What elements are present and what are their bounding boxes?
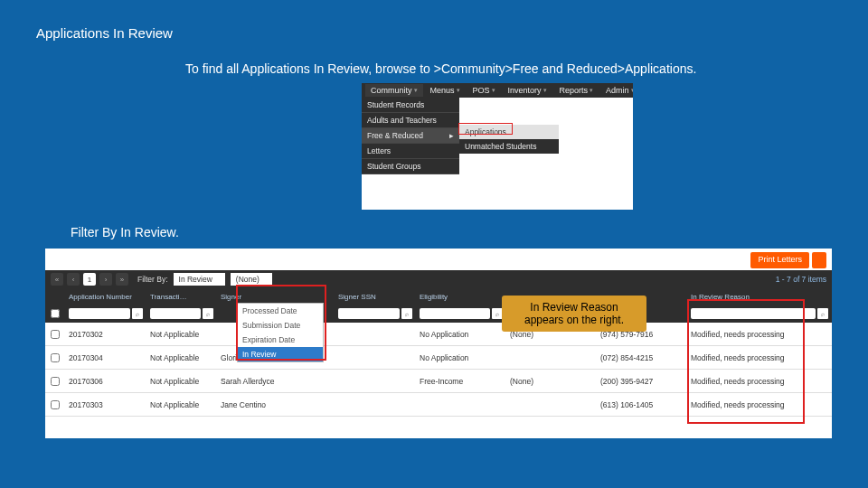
menu-inventory[interactable]: Inventory▾ [503,84,552,97]
page-prev-button[interactable]: ‹ [67,273,80,286]
grid-toolbar: « ‹ 1 › » Filter By: In Review (None) 1 … [45,270,832,288]
filter-by-label: Filter By: [137,275,168,284]
print-dropdown-button[interactable] [812,252,826,268]
cell-phone: (072) 854-4215 [597,353,687,362]
filter-select-2[interactable]: (None) [231,273,272,286]
chevron-right-icon: ▸ [449,131,454,140]
cell-app-number: 20170302 [65,330,146,339]
cell-eligibility: No Application [416,330,506,339]
filter-input[interactable] [150,308,201,319]
submenu-item[interactable]: Letters [362,144,459,159]
cell-transaction: Not Applicable [146,377,217,386]
cell-phone: (200) 395-9427 [597,377,687,386]
filter-input[interactable] [338,308,400,319]
filter-icon[interactable]: ⌕ [401,308,412,319]
highlight-box [458,123,513,135]
cell-transaction: Not Applicable [146,353,217,362]
filter-input[interactable] [420,308,490,319]
row-checkbox[interactable] [51,330,60,339]
filter-select-1[interactable]: In Review [174,273,225,286]
submenu-item[interactable]: Student Records [362,98,459,113]
submenu-item-free-reduced[interactable]: Free & Reduced▸ [362,128,459,144]
cell-signer: Sarah Allerdyce [217,377,335,386]
chevron-down-icon: ▾ [414,87,418,94]
menu-admin[interactable]: Admin▾ [600,84,633,97]
page-current[interactable]: 1 [83,273,96,286]
cell-transaction: Not Applicable [146,330,217,339]
page-next-button[interactable]: › [99,273,112,286]
cell-eligibility: Free-Income [416,377,506,386]
menu-reports[interactable]: Reports▾ [554,84,599,97]
cell-foster: (None) [506,377,597,386]
row-checkbox[interactable] [51,353,60,362]
highlight-box [236,285,326,361]
cell-eligibility: No Application [416,353,506,362]
col-transaction[interactable]: Transacti… [146,293,217,301]
cell-app-number: 20170306 [65,377,146,386]
chevron-down-icon: ▾ [543,87,547,94]
nav-menu-screenshot: Community▾ Menus▾ POS▾ Inventory▾ Report… [362,83,633,210]
col-ssn[interactable]: Signer SSN [335,293,416,301]
callout-in-review-reason: In Review Reason appears on the right. [502,296,646,332]
cell-app-number: 20170304 [65,353,146,362]
menu-community[interactable]: Community▾ [365,84,423,97]
print-letters-button[interactable]: Print Letters [750,252,809,268]
chevron-down-icon: ▾ [631,87,633,94]
cell-transaction: Not Applicable [146,400,217,409]
filter-input[interactable] [69,308,130,319]
applications-grid-screenshot: Print Letters « ‹ 1 › » Filter By: In Re… [45,249,832,438]
instruction-browse: To find all Applications In Review, brow… [185,61,696,76]
page-first-button[interactable]: « [51,273,63,286]
select-all-checkbox[interactable] [51,309,60,318]
highlight-box [687,299,805,424]
top-menu-bar: Community▾ Menus▾ POS▾ Inventory▾ Report… [362,83,633,98]
submenu-item[interactable]: Student Groups [362,159,459,174]
submenu-item[interactable]: Adults and Teachers [362,113,459,128]
instruction-filter: Filter By In Review. [71,225,179,239]
cell-app-number: 20170303 [65,400,146,409]
col-eligibility[interactable]: Eligibility [416,293,506,301]
menu-pos[interactable]: POS▾ [467,84,501,97]
cell-signer: Jane Centino [217,400,335,409]
filter-icon[interactable]: ⌕ [203,308,213,319]
items-count: 1 - 7 of 7 items [776,275,826,284]
flyout-item-unmatched[interactable]: Unmatched Students [459,139,559,154]
chevron-down-icon: ▾ [457,87,460,94]
row-checkbox[interactable] [51,400,60,409]
page-last-button[interactable]: » [116,273,128,286]
filter-icon[interactable]: ⌕ [817,308,828,319]
filter-icon[interactable]: ⌕ [132,308,143,319]
cell-phone: (613) 106-1405 [597,400,687,409]
chevron-down-icon: ▾ [492,87,495,94]
chevron-down-icon: ▾ [590,87,593,94]
menu-menus[interactable]: Menus▾ [425,84,466,97]
row-checkbox[interactable] [51,377,60,386]
submenu-community: Student Records Adults and Teachers Free… [362,98,459,174]
page-title: Applications In Review [36,25,173,41]
col-app-number[interactable]: Application Number [65,293,146,301]
